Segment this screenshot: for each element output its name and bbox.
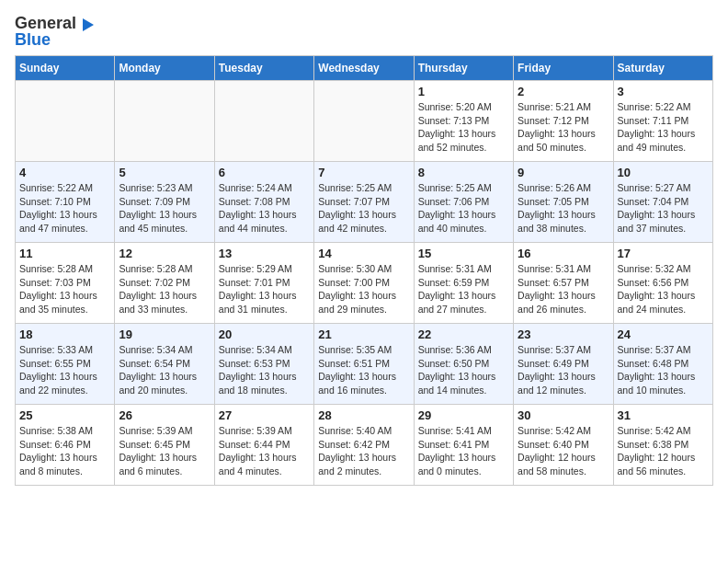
logo: General Blue (15, 15, 94, 48)
day-cell-4: 4Sunrise: 5:22 AMSunset: 7:10 PMDaylight… (16, 162, 115, 243)
day-cell-19: 19Sunrise: 5:34 AMSunset: 6:54 PMDayligh… (115, 324, 214, 405)
calendar-table: SundayMondayTuesdayWednesdayThursdayFrid… (15, 55, 713, 486)
day-number: 28 (318, 408, 409, 422)
weekday-header-thursday: Thursday (414, 56, 513, 81)
day-cell-17: 17Sunrise: 5:32 AMSunset: 6:56 PMDayligh… (613, 243, 712, 324)
day-cell-24: 24Sunrise: 5:37 AMSunset: 6:48 PMDayligh… (613, 324, 712, 405)
day-info: Sunrise: 5:37 AMSunset: 6:49 PMDaylight:… (518, 343, 609, 397)
day-cell-29: 29Sunrise: 5:41 AMSunset: 6:41 PMDayligh… (414, 405, 513, 486)
day-info: Sunrise: 5:20 AMSunset: 7:13 PMDaylight:… (418, 100, 509, 155)
week-row-4: 18Sunrise: 5:33 AMSunset: 6:55 PMDayligh… (16, 324, 713, 405)
day-number: 17 (618, 247, 709, 260)
day-cell-12: 12Sunrise: 5:28 AMSunset: 7:02 PMDayligh… (115, 243, 214, 324)
day-cell-31: 31Sunrise: 5:42 AMSunset: 6:38 PMDayligh… (613, 405, 712, 486)
day-info: Sunrise: 5:41 AMSunset: 6:41 PMDaylight:… (418, 424, 509, 478)
day-info: Sunrise: 5:42 AMSunset: 6:40 PMDaylight:… (518, 424, 609, 478)
day-cell-27: 27Sunrise: 5:39 AMSunset: 6:44 PMDayligh… (214, 405, 313, 486)
day-number: 15 (418, 247, 509, 260)
day-number: 31 (618, 408, 709, 422)
weekday-header-saturday: Saturday (613, 56, 712, 81)
day-info: Sunrise: 5:26 AMSunset: 7:05 PMDaylight:… (518, 181, 609, 236)
logo-blue-text: Blue (15, 30, 51, 49)
day-cell-14: 14Sunrise: 5:30 AMSunset: 7:00 PMDayligh… (314, 243, 414, 324)
day-info: Sunrise: 5:27 AMSunset: 7:04 PMDaylight:… (618, 181, 709, 236)
day-cell-16: 16Sunrise: 5:31 AMSunset: 6:57 PMDayligh… (514, 243, 613, 324)
weekday-header-sunday: Sunday (16, 56, 115, 81)
week-row-3: 11Sunrise: 5:28 AMSunset: 7:03 PMDayligh… (16, 243, 713, 324)
day-cell-26: 26Sunrise: 5:39 AMSunset: 6:45 PMDayligh… (115, 405, 214, 486)
day-info: Sunrise: 5:24 AMSunset: 7:08 PMDaylight:… (219, 181, 310, 236)
day-number: 24 (618, 327, 709, 341)
day-info: Sunrise: 5:29 AMSunset: 7:01 PMDaylight:… (219, 262, 310, 316)
day-cell-30: 30Sunrise: 5:42 AMSunset: 6:40 PMDayligh… (514, 405, 613, 486)
day-number: 16 (518, 247, 609, 260)
day-number: 22 (418, 327, 509, 341)
day-cell-25: 25Sunrise: 5:38 AMSunset: 6:46 PMDayligh… (16, 405, 115, 486)
day-info: Sunrise: 5:32 AMSunset: 6:56 PMDaylight:… (618, 262, 709, 316)
day-info: Sunrise: 5:37 AMSunset: 6:48 PMDaylight:… (618, 343, 709, 397)
day-info: Sunrise: 5:30 AMSunset: 7:00 PMDaylight:… (318, 262, 409, 316)
day-number: 19 (119, 327, 210, 341)
week-row-5: 25Sunrise: 5:38 AMSunset: 6:46 PMDayligh… (16, 405, 713, 486)
day-number: 30 (518, 408, 609, 422)
day-cell-22: 22Sunrise: 5:36 AMSunset: 6:50 PMDayligh… (414, 324, 513, 405)
weekday-header-row: SundayMondayTuesdayWednesdayThursdayFrid… (16, 56, 713, 81)
day-cell-empty (314, 81, 414, 162)
day-cell-5: 5Sunrise: 5:23 AMSunset: 7:09 PMDaylight… (115, 162, 214, 243)
day-number: 26 (119, 408, 210, 422)
day-cell-15: 15Sunrise: 5:31 AMSunset: 6:59 PMDayligh… (414, 243, 513, 324)
week-row-1: 1Sunrise: 5:20 AMSunset: 7:13 PMDaylight… (16, 81, 713, 162)
day-cell-2: 2Sunrise: 5:21 AMSunset: 7:12 PMDaylight… (514, 81, 613, 162)
day-number: 20 (219, 327, 310, 341)
day-number: 25 (19, 408, 110, 422)
day-cell-23: 23Sunrise: 5:37 AMSunset: 6:49 PMDayligh… (514, 324, 613, 405)
weekday-header-monday: Monday (115, 56, 214, 81)
day-number: 27 (219, 408, 310, 422)
day-cell-11: 11Sunrise: 5:28 AMSunset: 7:03 PMDayligh… (16, 243, 115, 324)
day-info: Sunrise: 5:38 AMSunset: 6:46 PMDaylight:… (19, 424, 110, 478)
day-info: Sunrise: 5:33 AMSunset: 6:55 PMDaylight:… (19, 343, 110, 397)
week-row-2: 4Sunrise: 5:22 AMSunset: 7:10 PMDaylight… (16, 162, 713, 243)
day-info: Sunrise: 5:34 AMSunset: 6:53 PMDaylight:… (219, 343, 310, 397)
day-number: 12 (119, 247, 210, 260)
day-info: Sunrise: 5:35 AMSunset: 6:51 PMDaylight:… (318, 343, 409, 397)
day-number: 11 (19, 247, 110, 260)
day-info: Sunrise: 5:31 AMSunset: 6:57 PMDaylight:… (518, 262, 609, 316)
day-number: 29 (418, 408, 509, 422)
day-number: 6 (219, 166, 310, 179)
day-info: Sunrise: 5:36 AMSunset: 6:50 PMDaylight:… (418, 343, 509, 397)
day-cell-3: 3Sunrise: 5:22 AMSunset: 7:11 PMDaylight… (613, 81, 712, 162)
day-cell-7: 7Sunrise: 5:25 AMSunset: 7:07 PMDaylight… (314, 162, 414, 243)
day-cell-13: 13Sunrise: 5:29 AMSunset: 7:01 PMDayligh… (214, 243, 313, 324)
day-info: Sunrise: 5:25 AMSunset: 7:07 PMDaylight:… (318, 181, 409, 236)
day-number: 1 (418, 85, 509, 98)
day-cell-empty (115, 81, 214, 162)
day-cell-10: 10Sunrise: 5:27 AMSunset: 7:04 PMDayligh… (613, 162, 712, 243)
day-number: 21 (318, 327, 409, 341)
day-number: 23 (518, 327, 609, 341)
day-info: Sunrise: 5:42 AMSunset: 6:38 PMDaylight:… (618, 424, 709, 478)
day-cell-empty (16, 81, 115, 162)
day-cell-6: 6Sunrise: 5:24 AMSunset: 7:08 PMDaylight… (214, 162, 313, 243)
logo-general-text: General (15, 14, 76, 32)
day-number: 8 (418, 166, 509, 179)
day-info: Sunrise: 5:34 AMSunset: 6:54 PMDaylight:… (119, 343, 210, 397)
day-number: 5 (119, 166, 210, 179)
day-cell-18: 18Sunrise: 5:33 AMSunset: 6:55 PMDayligh… (16, 324, 115, 405)
day-info: Sunrise: 5:31 AMSunset: 6:59 PMDaylight:… (418, 262, 509, 316)
day-number: 3 (618, 85, 709, 98)
day-info: Sunrise: 5:39 AMSunset: 6:45 PMDaylight:… (119, 424, 210, 478)
day-info: Sunrise: 5:22 AMSunset: 7:11 PMDaylight:… (618, 100, 709, 155)
weekday-header-wednesday: Wednesday (314, 56, 414, 81)
weekday-header-friday: Friday (514, 56, 613, 81)
day-number: 13 (219, 247, 310, 260)
day-cell-empty (214, 81, 313, 162)
day-number: 18 (19, 327, 110, 341)
day-info: Sunrise: 5:28 AMSunset: 7:02 PMDaylight:… (119, 262, 210, 316)
logo-arrow-icon (83, 18, 94, 31)
day-info: Sunrise: 5:39 AMSunset: 6:44 PMDaylight:… (219, 424, 310, 478)
weekday-header-tuesday: Tuesday (214, 56, 313, 81)
day-cell-20: 20Sunrise: 5:34 AMSunset: 6:53 PMDayligh… (214, 324, 313, 405)
day-cell-21: 21Sunrise: 5:35 AMSunset: 6:51 PMDayligh… (314, 324, 414, 405)
day-number: 7 (318, 166, 409, 179)
